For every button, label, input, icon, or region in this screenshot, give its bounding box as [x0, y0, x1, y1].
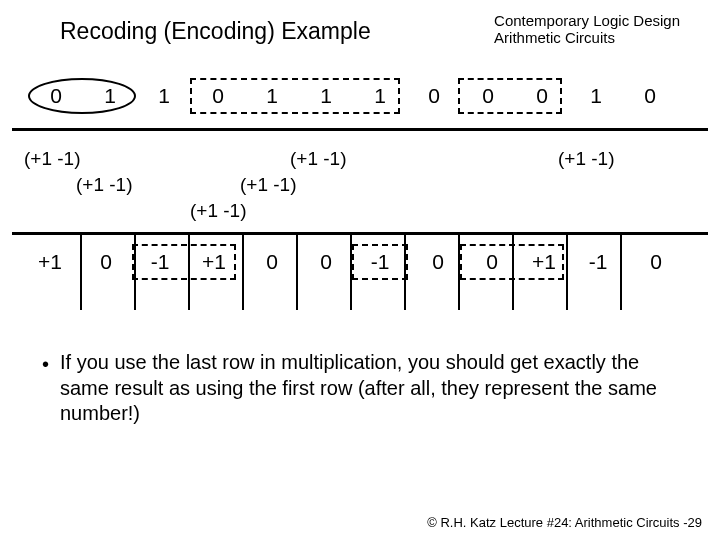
- vline-8: [458, 232, 460, 310]
- vline-6: [350, 232, 352, 310]
- rec-5: 0: [306, 250, 346, 274]
- vline-4: [242, 232, 244, 310]
- bit-7: 0: [414, 84, 454, 108]
- rec-0: +1: [30, 250, 70, 274]
- rec-11: 0: [636, 250, 676, 274]
- hr-2: [12, 232, 708, 235]
- body-bullet: • If you use the last row in multiplicat…: [60, 350, 680, 427]
- footer-text: © R.H. Katz Lecture #24: Arithmetic Circ…: [427, 515, 702, 530]
- dashbox-row1-b: [458, 78, 562, 114]
- rec-1: 0: [86, 250, 126, 274]
- bullet-dot-icon: •: [42, 352, 49, 378]
- vline-7: [404, 232, 406, 310]
- bit-10: 1: [576, 84, 616, 108]
- page-title: Recoding (Encoding) Example: [60, 18, 371, 45]
- dashbox-row3-b: [352, 244, 408, 280]
- dashbox-row1-a: [190, 78, 400, 114]
- pair-1: (+1 -1): [24, 148, 81, 170]
- hr-1: [12, 128, 708, 131]
- bit-11: 0: [630, 84, 670, 108]
- pair-5: (+1 -1): [190, 200, 247, 222]
- header-line2: Arithmetic Circuits: [494, 29, 680, 46]
- pair-6: (+1 -1): [558, 148, 615, 170]
- pair-3: (+1 -1): [290, 148, 347, 170]
- header-right: Contemporary Logic Design Arithmetic Cir…: [494, 12, 680, 47]
- vline-5: [296, 232, 298, 310]
- rec-4: 0: [252, 250, 292, 274]
- vline-11: [620, 232, 622, 310]
- oval-group-0: [28, 78, 136, 114]
- pair-2: (+1 -1): [76, 174, 133, 196]
- body-text: If you use the last row in multiplicatio…: [60, 351, 657, 424]
- vline-10: [566, 232, 568, 310]
- vline-1: [80, 232, 82, 310]
- vline-9: [512, 232, 514, 310]
- header-line1: Contemporary Logic Design: [494, 12, 680, 29]
- rec-10: -1: [578, 250, 618, 274]
- vline-3: [188, 232, 190, 310]
- rec-7: 0: [418, 250, 458, 274]
- bit-2: 1: [144, 84, 184, 108]
- vline-2: [134, 232, 136, 310]
- pair-4: (+1 -1): [240, 174, 297, 196]
- dashbox-row3-a: [132, 244, 236, 280]
